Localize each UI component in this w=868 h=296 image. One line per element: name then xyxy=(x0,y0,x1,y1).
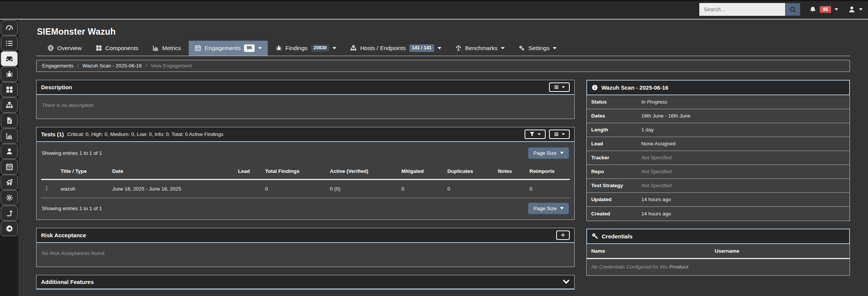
add-risk-acceptance-button[interactable] xyxy=(556,230,570,240)
panel-title: Additional Features xyxy=(41,279,94,285)
tab-hosts-endpoints[interactable]: Hosts / Endpoints141 / 141 xyxy=(344,41,447,56)
additional-features-panel-header[interactable]: Additional Features xyxy=(37,275,574,289)
bug-icon xyxy=(6,70,13,78)
panel-title: Description xyxy=(41,84,72,90)
cell-duplicates: 0 xyxy=(444,179,495,198)
sidebar-item-logout[interactable] xyxy=(1,221,18,236)
page-size-button[interactable]: Page Size xyxy=(528,203,569,214)
info-value: In Progress xyxy=(641,96,672,108)
tab-engagements[interactable]: Engagements96 xyxy=(189,41,268,56)
scale-icon xyxy=(455,45,462,51)
info-row-lead: LeadNone Assigned xyxy=(587,137,850,151)
breadcrumb-item[interactable]: Engagements xyxy=(42,63,73,69)
risk-acceptance-panel: Risk Acceptance No Risk Acceptances foun… xyxy=(36,228,575,267)
bar-chart-icon xyxy=(6,132,13,140)
tab-count-badge: 20830 xyxy=(311,44,330,52)
sidebar-item-lists[interactable] xyxy=(1,36,18,51)
info-value: 16th June - 16th June xyxy=(641,110,695,122)
tab-overview[interactable]: Overview xyxy=(41,41,88,56)
test-title-link[interactable]: wazuh xyxy=(61,186,75,192)
sidebar-item-endpoints[interactable] xyxy=(1,98,18,113)
sidebar-item-product-types[interactable] xyxy=(1,175,18,190)
caret-down-icon xyxy=(258,47,262,49)
credentials-empty-bold: Product xyxy=(669,264,688,270)
info-value: Not Specified xyxy=(641,165,676,178)
credentials-empty-text: No Credentials Configured for this Produ… xyxy=(587,259,850,275)
tab-label: Metrics xyxy=(162,45,181,52)
tab-metrics[interactable]: Metrics xyxy=(146,41,187,56)
search-button[interactable] xyxy=(785,3,800,16)
engagement-info-panel-header: Wazuh Scan - 2025-06-16 xyxy=(586,80,850,95)
sitemap-icon xyxy=(350,45,357,51)
caret-down-icon xyxy=(333,47,336,49)
sidebar-item-users[interactable] xyxy=(1,144,18,159)
breadcrumb-item[interactable]: Wazuh Scan - 2025-06-16 xyxy=(82,63,142,69)
tests-menu-button[interactable] xyxy=(549,130,570,139)
document-icon xyxy=(6,117,13,124)
column-header xyxy=(41,163,58,180)
sidebar-item-components[interactable] xyxy=(1,82,18,97)
info-row-tracker: TrackerNot Specified xyxy=(587,151,850,165)
user-icon xyxy=(6,148,13,155)
sidebar-item-settings[interactable] xyxy=(1,190,18,205)
showing-entries-text: Showing entries 1 to 1 of 1 xyxy=(42,206,102,211)
sidebar-item-calendar[interactable] xyxy=(1,159,18,174)
caret-down-icon xyxy=(562,86,565,88)
info-value: 14 hours ago xyxy=(641,208,676,220)
caret-down-icon xyxy=(538,133,541,135)
sidebar-item-products[interactable] xyxy=(1,51,18,66)
tab-components[interactable]: Components xyxy=(90,41,145,56)
grid-icon xyxy=(6,86,13,93)
notifications-menu[interactable]: 95 xyxy=(809,6,838,13)
cell-notes xyxy=(495,179,526,198)
tab-count-badge: 141 / 141 xyxy=(409,44,434,52)
caret-down-icon xyxy=(834,8,838,11)
info-label: Tracker xyxy=(587,151,641,164)
tab-label: Benchmarks xyxy=(465,45,497,52)
column-header: Lead xyxy=(235,163,262,180)
row-drag-handle-icon[interactable] xyxy=(44,186,49,191)
tab-settings[interactable]: Settings xyxy=(513,41,563,56)
info-value: Not Specified xyxy=(641,179,676,192)
search-input[interactable] xyxy=(699,3,785,16)
caret-down-icon xyxy=(553,47,557,49)
sidebar-item-reports[interactable] xyxy=(1,113,18,128)
engagement-info-panel: Wazuh Scan - 2025-06-16 StatusIn Progres… xyxy=(586,80,850,221)
tab-findings[interactable]: Findings20830 xyxy=(270,41,342,56)
column-header: Username xyxy=(710,244,850,259)
sidebar-item-findings[interactable] xyxy=(1,67,18,82)
info-circle-icon xyxy=(592,84,598,91)
panel-title: Risk Acceptance xyxy=(41,232,86,238)
tests-filter-button[interactable] xyxy=(525,130,546,139)
inbox-icon xyxy=(6,55,13,63)
page-size-label: Page Size xyxy=(533,206,557,211)
info-row-created: Created14 hours ago xyxy=(587,207,850,221)
breadcrumb-separator: / xyxy=(77,63,79,69)
sidebar xyxy=(0,20,18,296)
info-label: Created xyxy=(587,208,641,220)
cell-reimports: 0 xyxy=(526,179,570,198)
user-menu[interactable] xyxy=(848,6,863,13)
description-panel-body: There is no description. xyxy=(37,95,574,119)
credentials-header-row: NameUsername xyxy=(587,244,850,259)
info-label: Status xyxy=(587,96,641,108)
sidebar-item-dashboard[interactable] xyxy=(1,20,18,35)
tests-panel-header: Tests (1) Critical: 0, High: 0, Medium: … xyxy=(37,127,574,142)
sidebar-item-metrics[interactable] xyxy=(1,128,18,143)
tab-benchmarks[interactable]: Benchmarks xyxy=(449,41,511,56)
key-icon xyxy=(592,233,598,240)
description-menu-button[interactable] xyxy=(549,82,570,92)
notification-count-badge: 95 xyxy=(820,6,831,13)
column-header: Duplicates xyxy=(444,163,495,180)
grid-icon xyxy=(96,45,102,51)
tab-label: Settings xyxy=(528,45,549,52)
page-size-button[interactable]: Page Size xyxy=(528,147,569,159)
credentials-panel: Credentials NameUsername No Credentials … xyxy=(586,229,850,276)
description-empty-text: There is no description. xyxy=(41,99,570,114)
filter-icon xyxy=(529,131,535,137)
info-row-test-strategy: Test StrategyNot Specified xyxy=(587,179,850,193)
arrow-circle-right-icon xyxy=(6,225,13,232)
sidebar-item-import[interactable] xyxy=(1,206,18,221)
info-label: Dates xyxy=(587,110,641,122)
chevron-down-icon[interactable] xyxy=(563,278,570,285)
